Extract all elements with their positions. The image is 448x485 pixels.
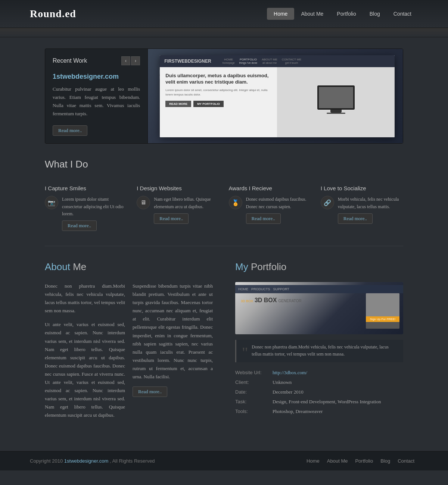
portfolio-task-label: Task:	[235, 397, 273, 407]
copyright-text: Copyright 2010	[30, 458, 63, 464]
footer-nav-home[interactable]: Home	[303, 458, 323, 464]
monitor-icon: 🖥	[137, 196, 150, 209]
footer-site-link[interactable]: 1stwebdesigner.com	[64, 458, 109, 464]
footer-nav-contact[interactable]: Contact	[394, 458, 418, 464]
portfolio-details: Website Url: http://3dbox.com/ Client: U…	[235, 368, 403, 416]
service-capture-title: I Capture Smiles	[45, 185, 127, 191]
box-label-3: GENERATOR	[278, 299, 301, 303]
portfolio-image: HOME PRODUCTS SUPPORT 3D BOX 3D BOX GENE…	[235, 282, 403, 334]
portfolio-task-row: Task: Design, Front-end Development, Wor…	[235, 397, 403, 407]
portfolio-website-row: Website Url: http://3dbox.com/	[235, 368, 403, 378]
nav-home[interactable]: Home	[267, 8, 294, 20]
subheader-bar	[0, 28, 448, 37]
service-awards-readmore[interactable]: Read more..	[246, 213, 281, 224]
recent-work-header: Recent Work ‹ ›	[53, 56, 140, 65]
portfolio-preview: ABOUT all about me PORTFOLIO things i've…	[148, 49, 403, 143]
box-label-2: 3D BOX	[255, 297, 277, 303]
about-heading-rest: Me	[70, 261, 86, 272]
service-social-text: Morbi vehicula, felis nec vehicula vulpu…	[338, 196, 403, 210]
portfolio-tools-value: Photoshop, Dreamweaver	[273, 407, 403, 416]
service-design: I Design Websites 🖥 Nam eget libero tell…	[137, 185, 219, 231]
service-design-text: Nam eget libero tellus. Quisque elementu…	[154, 196, 219, 210]
mockup-nav-home: HOMEhomepage	[223, 58, 235, 65]
service-social-readmore[interactable]: Read more..	[338, 213, 373, 224]
recent-work-sidebar: Recent Work ‹ › 1stwebdesigner.com Curab…	[45, 49, 148, 143]
mockup-nav-about: ABOUT MEall about me	[262, 58, 277, 65]
portfolio-client-label: Client:	[235, 378, 273, 387]
about-col-2: Suspendisse bibendum turpis vitae nibh b…	[133, 282, 213, 425]
nav-contact[interactable]: Contact	[387, 8, 418, 20]
carousel-arrows: ‹ ›	[121, 56, 140, 65]
portfolio-thumb: Sign Up For FREE!	[366, 293, 399, 329]
footer-nav-about[interactable]: About Me	[323, 458, 352, 464]
pf-nav-home: HOME	[238, 287, 248, 291]
next-arrow[interactable]: ›	[131, 56, 140, 65]
service-capture: I Capture Smiles 📷 Lorem ipsum dolor sit…	[45, 185, 127, 231]
portfolio-task-value: Design, Front-end Development, WordPress…	[273, 397, 403, 407]
medal-icon: 🏅	[229, 196, 242, 209]
thumb-inner	[366, 293, 399, 316]
portfolio-date-label: Date:	[235, 387, 273, 397]
service-awards: Awards I Recieve 🏅 Donec euismod dapibus…	[229, 185, 311, 231]
portfolio-tools-label: Tools:	[235, 407, 273, 416]
about-portfolio-section: About Me Donec non pharetra diam.Morbi v…	[45, 261, 403, 425]
recent-work-read-more[interactable]: Read more..	[53, 125, 87, 136]
portfolio-heading-highlight: My	[235, 261, 248, 272]
portfolio-quote: " Donec non pharetra diam.Morbi vehicula…	[235, 340, 403, 362]
portfolio-quote-text: Donec non pharetra diam.Morbi vehicula, …	[252, 344, 398, 358]
nav-about[interactable]: About Me	[294, 8, 330, 20]
thumb-cta: Sign Up For FREE!	[366, 316, 399, 322]
mockup-logo: FIRSTWEBDESIGNER	[164, 59, 211, 64]
portfolio-client-row: Client: Unknown	[235, 378, 403, 387]
prev-arrow[interactable]: ‹	[121, 56, 130, 65]
footer-copyright: Copyright 2010 1stwebdesigner.com , All …	[30, 458, 155, 464]
portfolio-bg: HOME PRODUCTS SUPPORT 3D BOX 3D BOX GENE…	[235, 282, 403, 334]
what-i-do-heading: What I Do	[45, 159, 403, 174]
mockup-content-title: Duis ullamcorper, metus a dapibus euismo…	[165, 73, 271, 85]
service-design-readmore[interactable]: Read more..	[154, 213, 189, 224]
site-logo: Round.ed	[30, 8, 76, 20]
footer-nav-blog[interactable]: Blog	[377, 458, 394, 464]
rights-text: , All Rights Reserved	[110, 458, 155, 464]
service-design-title: I Design Websites	[137, 185, 219, 191]
nav-blog[interactable]: Blog	[363, 8, 387, 20]
recent-work-label: Recent Work	[53, 57, 87, 64]
footer-nav-portfolio[interactable]: Portfolio	[351, 458, 377, 464]
about-section: About Me Donec non pharetra diam.Morbi v…	[45, 261, 213, 425]
portfolio-date-value: December 2010	[273, 387, 403, 397]
portfolio-section: My Portfolio HOME PRODUCTS SUPPORT 3D BO…	[235, 261, 403, 425]
link-icon: 🔗	[321, 196, 334, 209]
about-read-more[interactable]: Read more..	[133, 387, 167, 397]
recent-work-title: 1stwebdesigner.com	[53, 73, 140, 81]
portfolio-client-value: Unknown	[273, 378, 403, 387]
portfolio-website-label: Website Url:	[235, 368, 273, 378]
footer-nav: Home About Me Portfolio Blog Contact	[303, 458, 418, 464]
mockup-nav-portfolio: PORTFOLIOthings i've done	[239, 58, 257, 65]
service-social: I Love to Socialize 🔗 Morbi vehicula, fe…	[321, 185, 403, 231]
recent-work-text: Curabitur pulvinar augue at leo mollis v…	[53, 85, 140, 118]
section-divider	[45, 246, 403, 246]
what-i-do-section: What I Do I Capture Smiles 📷 Lorem ipsum…	[45, 159, 403, 231]
mockup-content-text: Lorem ipsum dolor sit amet, consectetur …	[165, 88, 271, 97]
about-columns: Donec non pharetra diam.Morbi vehicula, …	[45, 282, 213, 425]
about-col1-p1: Donec non pharetra diam.Morbi vehicula, …	[45, 282, 125, 315]
portfolio-website-link[interactable]: http://3dbox.com/	[273, 370, 307, 375]
portfolio-nav-bar: HOME PRODUCTS SUPPORT	[235, 285, 403, 293]
nav-portfolio[interactable]: Portfolio	[330, 8, 363, 20]
service-social-content: 🔗 Morbi vehicula, felis nec vehicula vul…	[321, 196, 403, 223]
mockup-portfolio-btn[interactable]: MY PORTFOLIO	[193, 101, 224, 107]
portfolio-tools-row: Tools: Photoshop, Dreamweaver	[235, 407, 403, 416]
portfolio-heading-rest: Portfolio	[248, 261, 287, 272]
portfolio-date-row: Date: December 2010	[235, 387, 403, 397]
about-heading-highlight: About	[45, 261, 70, 272]
about-heading: About Me	[45, 261, 213, 273]
mockup-read-more-btn[interactable]: READ MORE	[165, 101, 191, 107]
about-col1-p2: Ut ante velit, varius et euismod sed, eu…	[45, 320, 125, 419]
service-awards-content: 🏅 Donec euismod dapibus faucibus. Donec …	[229, 196, 311, 223]
main-nav: Home About Me Portfolio Blog Contact	[267, 8, 418, 20]
mockup-nav-contact: CONTACT MEget it touch	[282, 58, 301, 65]
service-capture-content: 📷 Lorem ipsum dolor sitamt consectetur a…	[45, 196, 127, 231]
service-capture-text: Lorem ipsum dolor sitamt consectetur adi…	[62, 196, 127, 218]
pf-nav-products: PRODUCTS	[251, 287, 270, 291]
service-capture-readmore[interactable]: Read more..	[62, 220, 97, 231]
